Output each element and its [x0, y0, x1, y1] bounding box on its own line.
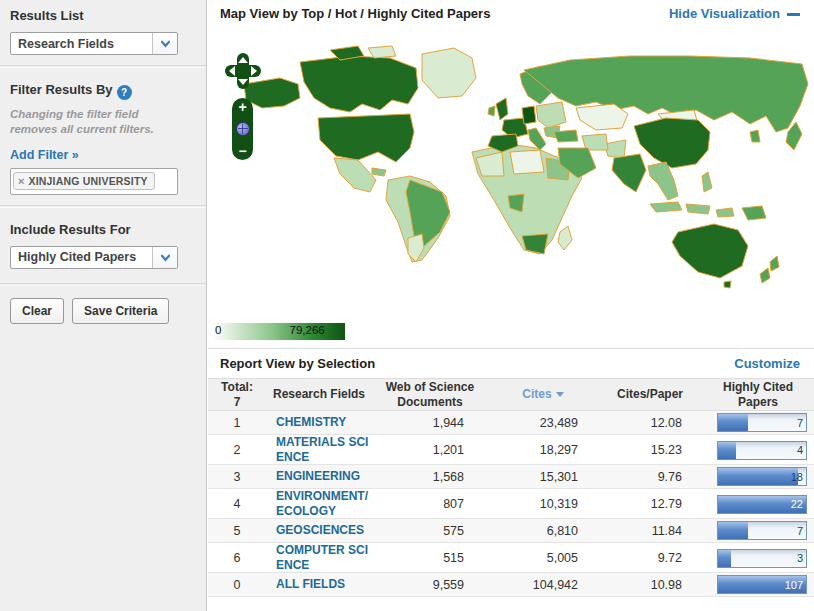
filter-tag: × XINJIANG UNIVERSITY	[13, 172, 155, 190]
cites-cell: 10,319	[488, 497, 598, 511]
zoom-in-button[interactable]: +	[238, 101, 246, 113]
highly-cited-cell: 18	[702, 467, 814, 486]
results-list-heading: Results List	[10, 8, 196, 23]
include-results-selected-value: Highly Cited Papers	[11, 250, 152, 264]
filter-note: Changing the filter field removes all cu…	[10, 107, 188, 137]
rank-cell: 0	[208, 578, 266, 592]
save-criteria-button[interactable]: Save Criteria	[72, 298, 169, 324]
highly-cited-value: 4	[797, 442, 803, 459]
highly-cited-value: 18	[791, 468, 803, 485]
highly-cited-bar-fill	[718, 522, 748, 539]
include-results-select[interactable]: Highly Cited Papers	[10, 246, 178, 269]
map-pan-control[interactable]	[224, 52, 262, 90]
results-list-select[interactable]: Research Fields	[10, 32, 178, 55]
cites-per-paper-cell: 12.08	[598, 416, 702, 430]
wos-documents-cell: 1,944	[372, 416, 488, 430]
research-field-link[interactable]: MATERIALS SCIENCE	[266, 435, 372, 465]
chevron-down-icon[interactable]	[152, 33, 177, 54]
highly-cited-bar-fill	[718, 468, 798, 485]
map-area: + −	[208, 26, 814, 320]
filter-sidebar: Results List Research Fields Filter Resu…	[0, 0, 207, 611]
collapse-icon	[787, 13, 800, 16]
highly-cited-bar: 22	[717, 495, 807, 514]
cites-per-paper-cell: 10.98	[598, 578, 702, 592]
cites-cell: 104,942	[488, 578, 598, 592]
table-row: 6COMPUTER SCIENCE5155,0059.723	[208, 543, 814, 573]
highly-cited-cell: 107	[702, 575, 814, 594]
rank-cell: 1	[208, 416, 266, 430]
highly-cited-cell: 3	[702, 549, 814, 568]
highly-cited-value: 7	[797, 414, 803, 431]
rank-cell: 4	[208, 497, 266, 511]
cites-cell: 6,810	[488, 524, 598, 538]
table-row: 3ENGINEERING1,56815,3019.7618	[208, 465, 814, 489]
world-map[interactable]	[210, 40, 810, 312]
rank-cell: 5	[208, 524, 266, 538]
cites-per-paper-cell: 9.72	[598, 551, 702, 565]
research-field-link[interactable]: GEOSCIENCES	[266, 523, 372, 538]
map-view-title: Map View by Top / Hot / Highly Cited Pap…	[220, 6, 669, 21]
highly-cited-bar-fill	[718, 442, 736, 459]
cites-cell: 15,301	[488, 470, 598, 484]
highly-cited-bar: 107	[717, 575, 807, 594]
table-row: 0ALL FIELDS9,559104,94210.98107	[208, 573, 814, 597]
report-table-body: 1CHEMISTRY1,94423,48912.0872MATERIALS SC…	[208, 411, 814, 597]
wos-documents-cell: 807	[372, 497, 488, 511]
main-panel: Map View by Top / Hot / Highly Cited Pap…	[208, 0, 814, 611]
map-color-legend: 0 79,266	[213, 323, 345, 340]
cites-per-paper-cell: 11.84	[598, 524, 702, 538]
column-header-cites-per-paper: Cites/Paper	[598, 387, 702, 401]
report-table-header: Total: 7 Research Fields Web of Science …	[208, 378, 814, 411]
research-field-link[interactable]: COMPUTER SCIENCE	[266, 543, 372, 573]
rank-cell: 6	[208, 551, 266, 565]
filter-input[interactable]: × XINJIANG UNIVERSITY	[10, 168, 178, 195]
zoom-out-button[interactable]: −	[238, 145, 246, 157]
highly-cited-value: 22	[791, 496, 803, 513]
remove-filter-icon[interactable]: ×	[18, 175, 24, 187]
wos-documents-cell: 9,559	[372, 578, 488, 592]
research-field-link[interactable]: CHEMISTRY	[266, 415, 372, 430]
legend-min-value: 0	[215, 324, 221, 336]
rank-cell: 3	[208, 470, 266, 484]
cites-per-paper-cell: 9.76	[598, 470, 702, 484]
include-results-heading: Include Results For	[10, 222, 196, 237]
globe-icon[interactable]	[236, 122, 250, 136]
column-header-wos-documents: Web of Science Documents	[372, 380, 488, 409]
research-field-link[interactable]: ENGINEERING	[266, 469, 372, 484]
highly-cited-cell: 7	[702, 413, 814, 432]
highly-cited-bar: 7	[717, 521, 807, 540]
highly-cited-bar-fill	[718, 550, 731, 567]
table-row: 5GEOSCIENCES5756,81011.847	[208, 519, 814, 543]
table-row: 4ENVIRONMENT/ECOLOGY80710,31912.7922	[208, 489, 814, 519]
column-header-highly-cited: Highly Cited Papers	[702, 380, 814, 409]
highly-cited-cell: 7	[702, 521, 814, 540]
wos-documents-cell: 575	[372, 524, 488, 538]
legend-max-value: 79,266	[290, 324, 325, 336]
hide-visualization-link[interactable]: Hide Visualization	[669, 6, 800, 21]
wos-documents-cell: 1,201	[372, 443, 488, 457]
highly-cited-bar: 7	[717, 413, 807, 432]
research-field-link[interactable]: ALL FIELDS	[266, 577, 372, 592]
cites-per-paper-cell: 15.23	[598, 443, 702, 457]
help-icon[interactable]: ?	[117, 85, 132, 100]
total-count-header: Total: 7	[208, 380, 266, 409]
cites-cell: 5,005	[488, 551, 598, 565]
customize-link[interactable]: Customize	[734, 356, 800, 371]
sort-descending-icon	[556, 392, 564, 397]
report-view-title: Report View by Selection	[220, 356, 734, 371]
clear-button[interactable]: Clear	[10, 298, 64, 324]
column-header-cites[interactable]: Cites	[488, 387, 598, 401]
column-header-research-fields: Research Fields	[266, 387, 372, 401]
add-filter-link[interactable]: Add Filter »	[10, 148, 79, 162]
chevron-down-icon[interactable]	[152, 247, 177, 268]
cites-cell: 23,489	[488, 416, 598, 430]
highly-cited-value: 3	[797, 550, 803, 567]
wos-documents-cell: 1,568	[372, 470, 488, 484]
highly-cited-value: 107	[785, 576, 803, 593]
highly-cited-bar: 18	[717, 467, 807, 486]
research-field-link[interactable]: ENVIRONMENT/ECOLOGY	[266, 489, 372, 519]
highly-cited-bar: 3	[717, 549, 807, 568]
highly-cited-bar: 4	[717, 441, 807, 460]
filter-results-heading: Filter Results By	[10, 82, 113, 97]
highly-cited-bar-fill	[718, 414, 748, 431]
